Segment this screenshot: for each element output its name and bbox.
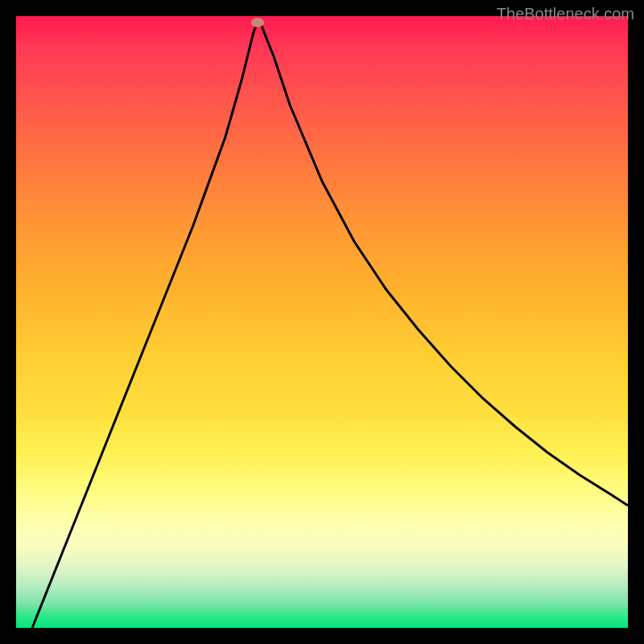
curve-svg: [16, 16, 628, 628]
optimal-marker-icon: [251, 18, 264, 27]
bottleneck-curve: [32, 23, 628, 628]
watermark-text: TheBottleneck.com: [497, 5, 634, 23]
plot-area: [16, 16, 628, 628]
